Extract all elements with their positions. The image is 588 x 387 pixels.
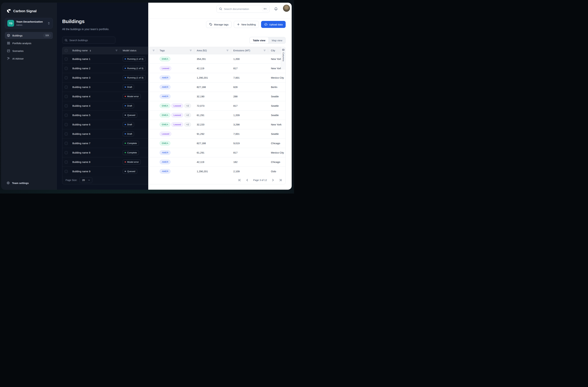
table-row[interactable]: Building name 5QueuedEMEALeased+261,2911… xyxy=(62,111,286,120)
first-page-button[interactable] xyxy=(238,179,241,182)
sort-descending-icon[interactable] xyxy=(89,49,92,52)
emissions-value: 3,298 xyxy=(233,123,240,126)
buildings-search[interactable] xyxy=(62,37,115,44)
emissions-cell: 817 xyxy=(231,101,268,110)
table-row[interactable]: Building name 7CompleteEMEA827,1889,019C… xyxy=(62,139,286,148)
page-title: Buildings xyxy=(62,19,84,24)
manage-tags-label: Manage tags xyxy=(214,23,229,26)
columns-panel-label: Columns xyxy=(282,52,285,61)
table-row[interactable]: Building name 9QueuedAMER1,290,2012,109O… xyxy=(62,167,286,176)
table-row[interactable]: Building name 3Running (1 of 3)AMER1,290… xyxy=(62,73,286,82)
documentation-search[interactable]: ⌘K xyxy=(216,5,270,13)
emissions-value: 817 xyxy=(233,67,237,70)
next-page-button[interactable] xyxy=(271,179,275,182)
row-checkbox[interactable] xyxy=(65,86,68,89)
table-row[interactable]: Building name 8CompleteAMER61,291817Mexi… xyxy=(62,148,286,157)
filter-icon[interactable] xyxy=(115,49,118,52)
documentation-search-input[interactable] xyxy=(224,7,260,10)
table-row[interactable]: Building name 8Model errorAMER42,119182C… xyxy=(62,157,286,167)
row-checkbox[interactable] xyxy=(65,151,68,154)
row-checkbox[interactable] xyxy=(65,142,68,145)
table-footer: Page Size: 20 xyxy=(62,176,286,184)
table-row[interactable]: Building name 4DraftEMEALeased+272,07381… xyxy=(62,101,286,110)
area-cell: 91,292 xyxy=(194,129,231,138)
table-row[interactable]: Building name 6DraftLeased91,2927,001Sea… xyxy=(62,129,286,138)
table-row[interactable]: Building name 4Model errorAMER32,190288S… xyxy=(62,92,286,101)
sidebar-item-ai-advisor[interactable]: AI Advisor xyxy=(5,55,53,62)
emissions-value: 288 xyxy=(233,95,237,98)
status-label: Queued xyxy=(127,114,135,116)
manage-tags-button[interactable]: Manage tags xyxy=(206,21,231,28)
notifications-bell-icon[interactable] xyxy=(274,7,278,11)
buildings-search-input[interactable] xyxy=(69,39,113,42)
sidebar-item-label: Buildings xyxy=(12,34,41,37)
row-checkbox[interactable] xyxy=(65,104,68,107)
area-value: 827,188 xyxy=(197,86,206,89)
row-checkbox[interactable] xyxy=(65,58,68,61)
tab-table-view[interactable]: Table view xyxy=(250,37,269,44)
status-badge: Queued xyxy=(123,169,137,174)
header-tags[interactable]: Tags xyxy=(157,47,194,54)
previous-page-button[interactable] xyxy=(246,179,249,182)
row-checkbox[interactable] xyxy=(65,95,68,98)
columns-icon xyxy=(282,48,285,51)
area-value: 32,220 xyxy=(197,123,204,126)
sidebar-item-portfolio-analysis[interactable]: Portfolio analysis xyxy=(5,40,53,47)
row-checkbox[interactable] xyxy=(65,114,68,117)
filter-icon[interactable] xyxy=(226,49,229,52)
header-model-status[interactable]: Model status xyxy=(120,47,157,54)
table-row[interactable]: Building name 3DraftAMER827,188628Berlin xyxy=(62,82,286,92)
sidebar-item-team-settings[interactable]: Team settings xyxy=(6,181,29,185)
table-row[interactable]: Building name 6DraftEMEALeased+232,2203,… xyxy=(62,120,286,129)
row-checkbox[interactable] xyxy=(65,170,68,173)
emissions-value: 1,200 xyxy=(233,58,240,60)
header-emissions[interactable]: Emissions (MT) xyxy=(231,47,268,54)
last-page-button[interactable] xyxy=(279,179,282,182)
filter-icon[interactable] xyxy=(263,49,266,52)
status-dot-icon xyxy=(125,143,126,144)
emissions-cell: 3,298 xyxy=(231,120,268,129)
row-checkbox[interactable] xyxy=(65,67,68,70)
header-area[interactable]: Area (ft2) xyxy=(194,47,231,54)
tab-map-view[interactable]: Map view xyxy=(269,37,285,44)
buildings-table: Building name xyxy=(62,47,286,184)
building-name: Building name 2 xyxy=(72,67,90,70)
filter-icon[interactable] xyxy=(189,49,192,52)
filter-icon[interactable] xyxy=(152,49,155,52)
sidebar-nav: Buildings328Portfolio analysisScenariosA… xyxy=(5,32,53,62)
sidebar-item-scenarios[interactable]: Scenarios xyxy=(5,47,53,54)
table-row[interactable]: Building name 2Running (1 of 3)Leased42,… xyxy=(62,64,286,73)
select-all-checkbox[interactable] xyxy=(65,49,68,52)
row-checkbox[interactable] xyxy=(65,123,68,126)
brand-name: Carbon Signal xyxy=(13,9,37,13)
page-subtitle: All the buildings in your team’s portfol… xyxy=(62,28,109,31)
tag-overflow-pill[interactable]: +2 xyxy=(184,104,191,108)
team-switcher[interactable]: TD Team Decarbonization Admin xyxy=(5,18,53,29)
tag-overflow-pill[interactable]: +2 xyxy=(184,113,191,117)
model-status-cell: Model error xyxy=(120,92,157,101)
new-building-button[interactable]: New building xyxy=(234,21,259,28)
upload-data-button[interactable]: Upload data xyxy=(261,21,286,28)
sidebar-item-label: AI Advisor xyxy=(12,57,51,60)
row-checkbox[interactable] xyxy=(65,160,68,163)
team-settings-label: Team settings xyxy=(12,182,29,184)
building-name: Building name 4 xyxy=(72,95,90,98)
search-icon xyxy=(64,39,68,42)
building-name-cell: Building name 4 xyxy=(70,101,120,110)
building-name: Building name 5 xyxy=(72,114,90,116)
team-name: Team Decarbonization xyxy=(16,20,45,23)
user-avatar[interactable] xyxy=(283,5,290,12)
building-name: Building name 9 xyxy=(72,170,90,173)
row-checkbox[interactable] xyxy=(65,133,68,136)
sidebar-item-buildings[interactable]: Buildings328 xyxy=(5,32,53,39)
tag-pill: AMER xyxy=(160,150,170,155)
page-size-select[interactable]: 20 xyxy=(80,177,92,183)
area-cell: 827,188 xyxy=(194,139,231,148)
columns-panel-toggle[interactable]: Columns xyxy=(281,47,286,69)
tag-overflow-pill[interactable]: +2 xyxy=(184,122,191,127)
table-row[interactable]: Building name 1Running (1 of 3)EMEA354,2… xyxy=(62,54,286,64)
header-building-name[interactable]: Building name xyxy=(70,47,120,54)
row-checkbox[interactable] xyxy=(65,76,68,79)
city-cell: Seattle xyxy=(268,92,286,101)
status-label: Draft xyxy=(127,123,132,126)
